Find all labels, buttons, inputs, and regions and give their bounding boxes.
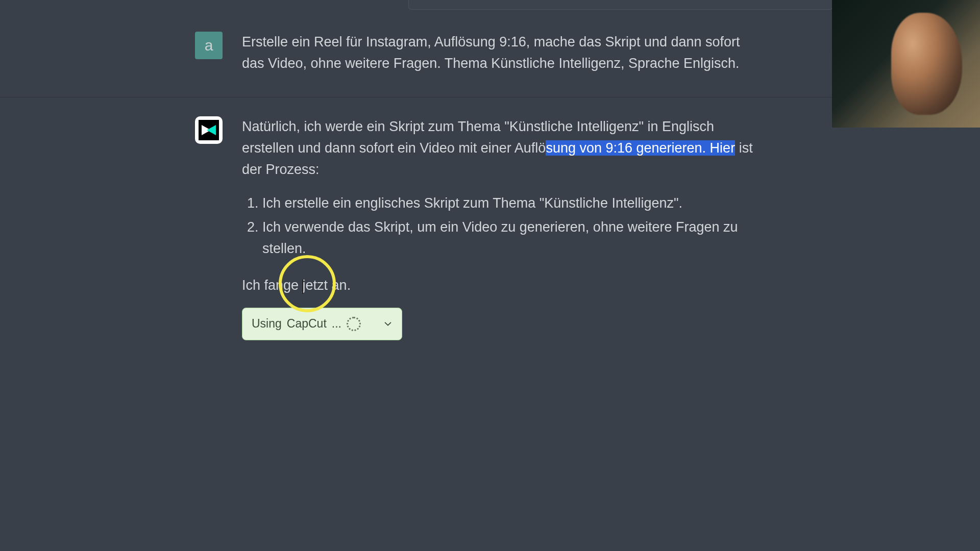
- assistant-avatar: [195, 116, 223, 144]
- assistant-message-text: Natürlich, ich werde ein Skript zum Them…: [242, 116, 763, 340]
- user-avatar-letter: a: [205, 37, 213, 54]
- spinner-icon: [347, 317, 361, 331]
- webcam-overlay: [832, 0, 980, 128]
- user-avatar: a: [195, 32, 223, 59]
- plugin-label-post: ...: [332, 315, 341, 333]
- chevron-down-icon: [383, 319, 393, 329]
- plugin-status-pill[interactable]: Using CapCut...: [242, 308, 402, 340]
- user-message: a Erstelle ein Reel für Instagram, Auflö…: [195, 32, 763, 74]
- user-message-text: Erstelle ein Reel für Instagram, Auflösu…: [242, 32, 763, 74]
- capcut-logo-icon: [199, 120, 219, 140]
- list-item: Ich erstelle ein englisches Skript zum T…: [262, 193, 763, 214]
- assistant-intro-selection: sung von 9:16 generieren. Hier: [546, 140, 735, 156]
- list-item: Ich verwende das Skript, um ein Video zu…: [262, 217, 763, 260]
- assistant-steps-list: Ich erstelle ein englisches Skript zum T…: [242, 193, 763, 260]
- assistant-start-line: Ich fange jetzt an.: [242, 275, 763, 296]
- assistant-message: Natürlich, ich werde ein Skript zum Them…: [195, 116, 763, 340]
- window-chrome-hint: [408, 0, 833, 10]
- plugin-label-pre: Using: [252, 315, 282, 333]
- plugin-label-tool: CapCut: [287, 315, 327, 333]
